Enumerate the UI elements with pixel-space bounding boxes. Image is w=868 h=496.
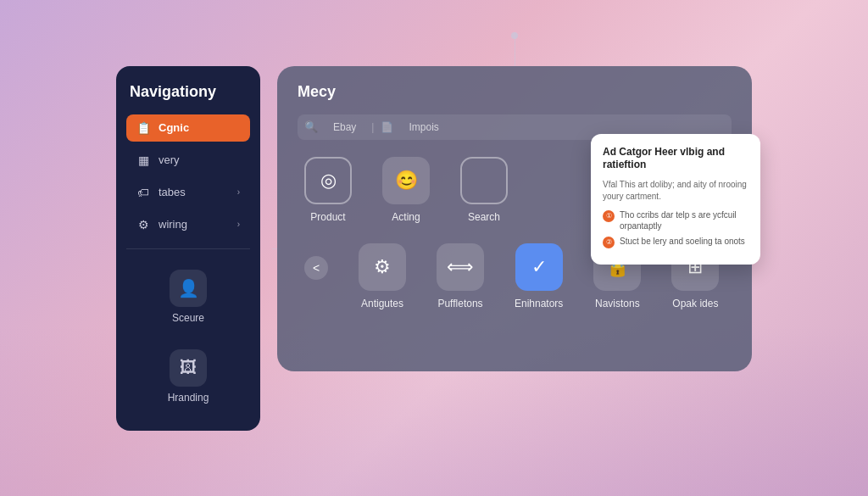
tooltip-box: Ad Catgor Heer vlbig and ratieftion Vfal… — [591, 134, 760, 265]
tooltip-item-2: ② Stuct be lery and soeling ta onots — [603, 236, 748, 248]
grid-item-enihnators[interactable]: ✓ Enihnators — [515, 243, 563, 309]
sidebar-large-label: Hranding — [168, 392, 209, 404]
top-connector-line — [515, 32, 515, 66]
cgnic-icon: 📋 — [136, 121, 150, 135]
sidebar-item-tabes[interactable]: 🏷 tabes › — [126, 179, 250, 206]
puffletons-icon: ⟺ — [437, 243, 484, 291]
tooltip-item-text-2: Stuct be lery and soeling ta onots — [620, 236, 745, 247]
tooltip-description: Vfal This art doliby; and aity of nrooin… — [603, 179, 748, 203]
puffletons-label: Puffletons — [437, 298, 482, 309]
tab-ebay[interactable]: Ebay — [325, 118, 364, 137]
sidebar-item-label: tabes — [159, 186, 186, 198]
sidebar: Navigationy 📋 Cgnic ▦ very 🏷 tabes › ⚙ w… — [116, 66, 260, 431]
sidebar-item-branding[interactable]: 🖼 Hranding — [126, 339, 250, 414]
tooltip-item-1: ① Tho ccribs dar telp s are ycfcuil orpa… — [603, 209, 748, 231]
chevron-icon: › — [237, 220, 240, 229]
tooltip-bullet-1: ① — [603, 210, 615, 222]
product-icon: ◎ — [304, 157, 352, 204]
grid-item-search[interactable]: Search — [460, 157, 508, 223]
grid-item-puffletons[interactable]: ⟺ Puffletons — [437, 243, 484, 309]
search-label: Search — [468, 211, 500, 223]
sidebar-item-wiring[interactable]: ⚙ wiring › — [126, 211, 250, 238]
sidebar-item-label: Cgnic — [159, 121, 189, 134]
main-layout: Navigationy 📋 Cgnic ▦ very 🏷 tabes › ⚙ w… — [116, 66, 752, 431]
tooltip-item-text-1: Tho ccribs dar telp s are ycfcuil orpant… — [620, 209, 748, 231]
sidebar-item-label: very — [159, 153, 180, 166]
search-grid-icon — [460, 157, 508, 204]
sidebar-item-secure[interactable]: 👤 Sceure — [126, 259, 250, 334]
sidebar-item-very[interactable]: ▦ very — [126, 147, 250, 174]
tab-icon: 📄 — [381, 121, 393, 133]
secure-icon-box: 👤 — [170, 270, 207, 307]
panel-title: Mecy — [298, 83, 732, 101]
opak-ides-label: Opak ides — [672, 298, 718, 309]
product-label: Product — [310, 211, 345, 223]
wiring-icon: ⚙ — [136, 218, 150, 231]
nav-prev-button[interactable]: < — [304, 256, 328, 280]
antigutes-label: Antigutes — [361, 298, 403, 309]
grid-item-acting[interactable]: 😊 Acting — [382, 157, 430, 223]
tab-separator: | — [371, 121, 374, 133]
tab-impois[interactable]: Impois — [400, 118, 447, 137]
branding-icon-box: 🖼 — [170, 349, 207, 387]
sidebar-title: Navigationy — [126, 83, 250, 101]
grid-item-product[interactable]: ◎ Product — [304, 157, 352, 223]
enihnators-icon: ✓ — [515, 243, 563, 291]
navistons-label: Navistons — [595, 298, 640, 309]
acting-icon: 😊 — [382, 157, 430, 204]
enihnators-label: Enihnators — [515, 298, 563, 309]
very-icon: ▦ — [136, 153, 150, 167]
sidebar-item-cgnic[interactable]: 📋 Cgnic — [126, 114, 250, 142]
sidebar-divider — [126, 248, 250, 249]
tooltip-title: Ad Catgor Heer vlbig and ratieftion — [603, 146, 748, 172]
tabes-icon: 🏷 — [136, 186, 150, 199]
chevron-icon: › — [237, 187, 240, 197]
sidebar-large-label: Sceure — [172, 312, 204, 324]
antigutes-icon: ⚙ — [359, 243, 406, 291]
acting-label: Acting — [392, 211, 420, 223]
search-icon: 🔍 — [304, 120, 318, 133]
tooltip-bullet-2: ② — [603, 237, 615, 248]
sidebar-item-label: wiring — [159, 218, 187, 231]
grid-item-antigutes[interactable]: ⚙ Antigutes — [359, 243, 406, 309]
main-panel: Mecy 🔍 Ebay | 📄 Impois ◎ Product 😊 Actin… — [277, 66, 752, 371]
